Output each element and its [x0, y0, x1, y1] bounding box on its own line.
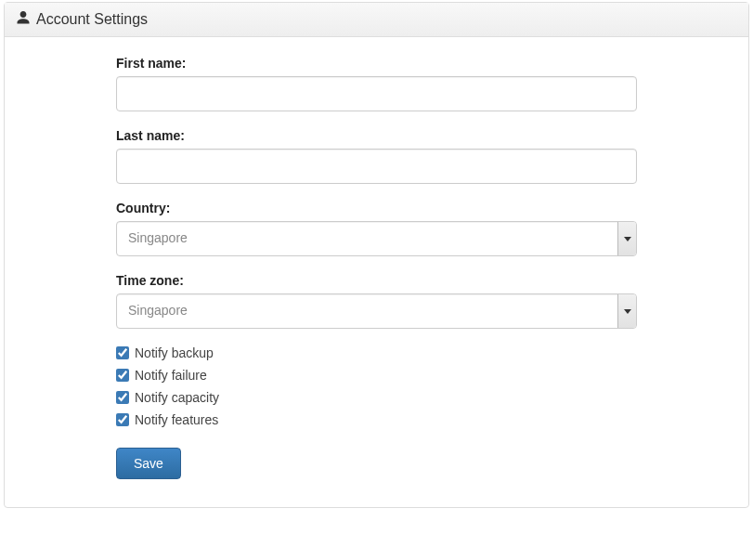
notify-capacity-label: Notify capacity — [135, 390, 219, 405]
account-settings-panel: Account Settings First name: Last name: … — [4, 2, 749, 508]
timezone-select[interactable]: Singapore — [116, 293, 637, 329]
country-select-wrap: Singapore — [116, 221, 637, 256]
last-name-group: Last name: — [116, 128, 637, 184]
notify-failure-checkbox[interactable] — [116, 369, 129, 382]
timezone-group: Time zone: Singapore — [116, 273, 637, 329]
notify-features-checkbox[interactable] — [116, 413, 129, 426]
notify-features-row: Notify features — [116, 412, 637, 427]
notify-features-label: Notify features — [135, 412, 218, 427]
notify-capacity-row: Notify capacity — [116, 390, 637, 405]
notify-failure-row: Notify failure — [116, 368, 637, 383]
notify-failure-label: Notify failure — [135, 368, 207, 383]
first-name-group: First name: — [116, 56, 637, 111]
country-group: Country: Singapore — [116, 201, 637, 256]
user-icon — [16, 10, 36, 29]
timezone-label: Time zone: — [116, 273, 637, 288]
panel-body: First name: Last name: Country: Singapor… — [5, 37, 748, 507]
panel-header: Account Settings — [5, 3, 748, 37]
save-button[interactable]: Save — [116, 448, 181, 479]
panel-title: Account Settings — [36, 11, 148, 28]
notify-capacity-checkbox[interactable] — [116, 391, 129, 404]
checkbox-list: Notify backup Notify failure Notify capa… — [116, 345, 637, 427]
first-name-label: First name: — [116, 56, 637, 71]
country-select[interactable]: Singapore — [116, 221, 637, 256]
notify-backup-label: Notify backup — [135, 345, 214, 360]
notify-backup-checkbox[interactable] — [116, 346, 129, 359]
last-name-label: Last name: — [116, 128, 637, 143]
notify-backup-row: Notify backup — [116, 345, 637, 360]
first-name-input[interactable] — [116, 76, 637, 111]
timezone-select-wrap: Singapore — [116, 293, 637, 329]
last-name-input[interactable] — [116, 149, 637, 184]
country-label: Country: — [116, 201, 637, 215]
